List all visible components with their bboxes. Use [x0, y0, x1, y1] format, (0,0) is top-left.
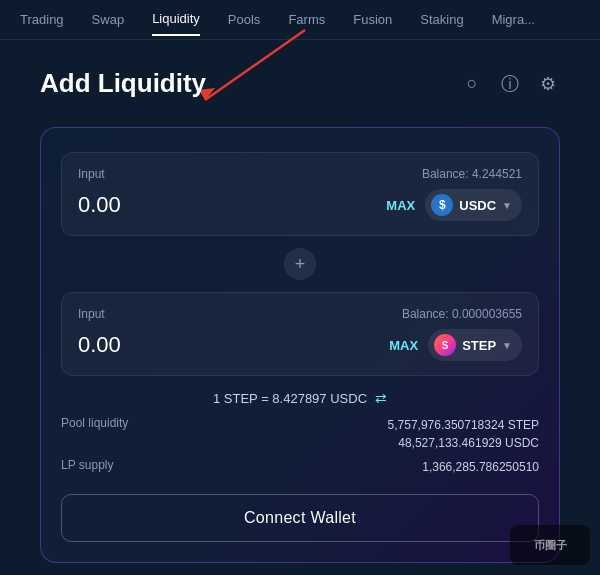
nav-swap[interactable]: Swap	[92, 4, 125, 35]
plus-button[interactable]: +	[284, 248, 316, 280]
rate-row: 1 STEP = 8.427897 USDC ⇄	[61, 390, 539, 406]
input-2-token-label: STEP	[462, 338, 496, 353]
header-icons: ○ ⓘ ⚙	[460, 72, 560, 96]
circle-icon[interactable]: ○	[460, 72, 484, 96]
connect-wallet-button[interactable]: Connect Wallet	[61, 494, 539, 542]
input-box-2: Input Balance: 0.000003655 MAX S STEP ▼	[61, 292, 539, 376]
pool-info: Pool liquidity 5,757,976.350718324 STEP …	[61, 416, 539, 476]
nav-liquidity[interactable]: Liquidity	[152, 3, 200, 36]
pool-liquidity-line1: 5,757,976.350718324 STEP	[388, 416, 539, 434]
nav-migra[interactable]: Migra...	[492, 4, 535, 35]
input-2-right: MAX S STEP ▼	[389, 329, 522, 361]
add-liquidity-card: Input Balance: 4.244521 MAX $ USDC ▼ +	[40, 127, 560, 563]
input-2-field[interactable]	[78, 332, 198, 358]
pool-liquidity-line2: 48,527,133.461929 USDC	[388, 434, 539, 452]
usdc-icon: $	[431, 194, 453, 216]
navigation: Trading Swap Liquidity Pools Farms Fusio…	[0, 0, 600, 40]
page-content: Add Liquidity ○ ⓘ ⚙ Input Balance: 4.244…	[0, 40, 600, 575]
watermark: 币圈子	[510, 525, 590, 565]
plus-divider: +	[61, 248, 539, 280]
nav-pools[interactable]: Pools	[228, 4, 261, 35]
pool-liquidity-row: Pool liquidity 5,757,976.350718324 STEP …	[61, 416, 539, 452]
nav-staking[interactable]: Staking	[420, 4, 463, 35]
input-2-label: Input	[78, 307, 105, 321]
rate-text: 1 STEP = 8.427897 USDC	[213, 391, 367, 406]
input-1-top-row: Input Balance: 4.244521	[78, 167, 522, 181]
pool-liquidity-value: 5,757,976.350718324 STEP 48,527,133.4619…	[388, 416, 539, 452]
input-2-chevron-icon: ▼	[502, 340, 512, 351]
input-2-max-button[interactable]: MAX	[389, 338, 418, 353]
input-2-token-selector[interactable]: S STEP ▼	[428, 329, 522, 361]
nav-farms[interactable]: Farms	[288, 4, 325, 35]
info-icon[interactable]: ⓘ	[498, 72, 522, 96]
input-1-right: MAX $ USDC ▼	[386, 189, 522, 221]
lp-supply-label: LP supply	[61, 458, 151, 472]
input-1-field[interactable]	[78, 192, 198, 218]
lp-supply-row: LP supply 1,366,285.786250510	[61, 458, 539, 476]
input-2-balance: Balance: 0.000003655	[402, 307, 522, 321]
lp-supply-value: 1,366,285.786250510	[422, 458, 539, 476]
pool-liquidity-label: Pool liquidity	[61, 416, 151, 430]
page-title: Add Liquidity	[40, 68, 206, 99]
settings-icon[interactable]: ⚙	[536, 72, 560, 96]
input-1-max-button[interactable]: MAX	[386, 198, 415, 213]
input-2-top-row: Input Balance: 0.000003655	[78, 307, 522, 321]
input-1-chevron-icon: ▼	[502, 200, 512, 211]
step-icon: S	[434, 334, 456, 356]
input-1-label: Input	[78, 167, 105, 181]
input-box-1: Input Balance: 4.244521 MAX $ USDC ▼	[61, 152, 539, 236]
page-header: Add Liquidity ○ ⓘ ⚙	[40, 68, 560, 99]
nav-trading[interactable]: Trading	[20, 4, 64, 35]
input-2-bottom-row: MAX S STEP ▼	[78, 329, 522, 361]
swap-direction-icon[interactable]: ⇄	[375, 390, 387, 406]
nav-fusion[interactable]: Fusion	[353, 4, 392, 35]
input-1-token-selector[interactable]: $ USDC ▼	[425, 189, 522, 221]
input-1-balance: Balance: 4.244521	[422, 167, 522, 181]
input-1-bottom-row: MAX $ USDC ▼	[78, 189, 522, 221]
input-1-token-label: USDC	[459, 198, 496, 213]
